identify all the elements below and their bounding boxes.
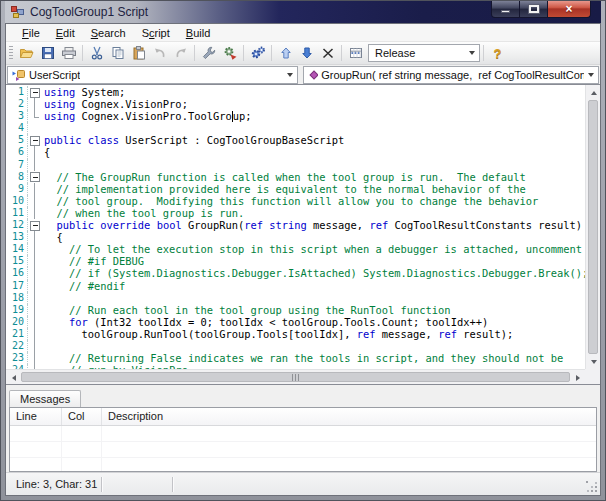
- fold-margin: [28, 243, 41, 255]
- type-dropdown[interactable]: UserScript: [7, 66, 298, 84]
- code-line-15[interactable]: 15 // #if DEBUG: [6, 255, 585, 267]
- scroll-right-button[interactable]: [570, 370, 585, 385]
- caret-position-status: Line: 3, Char: 31: [6, 473, 101, 495]
- status-panel-2: [102, 473, 172, 495]
- client-area: FileEditSearchScriptBuild R: [5, 23, 601, 496]
- code-line-4[interactable]: 4: [6, 122, 585, 134]
- close-button[interactable]: ×: [547, 1, 591, 18]
- cut-scissors-icon: [89, 45, 105, 61]
- code-area[interactable]: 1using System;2using Cognex.VisionPro;3u…: [6, 85, 585, 369]
- horizontal-scrollbar[interactable]: [6, 369, 585, 384]
- message-row: [10, 426, 596, 442]
- run-script-button[interactable]: [219, 43, 240, 63]
- code-line-17[interactable]: 17 // #endif: [6, 280, 585, 292]
- member-dropdown[interactable]: GroupRun( ref string message, ref CogToo…: [303, 66, 599, 84]
- menu-item-search[interactable]: Search: [83, 26, 134, 40]
- copy-button[interactable]: [107, 43, 128, 63]
- vertical-scroll-thumb[interactable]: [588, 100, 598, 354]
- release-dropdown-value: Release: [375, 47, 415, 59]
- wrench-button[interactable]: [198, 43, 219, 63]
- delete-button[interactable]: [317, 43, 338, 63]
- undo-button[interactable]: [149, 43, 170, 63]
- code-line-6[interactable]: 6{: [6, 146, 585, 158]
- code-text: {: [41, 146, 50, 158]
- messages-table-body: [10, 426, 596, 472]
- scroll-up-button[interactable]: [586, 85, 600, 100]
- build-config-button[interactable]: [345, 43, 366, 63]
- code-line-14[interactable]: 14 // To let the execution stop in this …: [6, 243, 585, 255]
- fold-margin: [28, 364, 41, 369]
- fold-marker-icon[interactable]: [28, 219, 41, 231]
- move-up-button[interactable]: [275, 43, 296, 63]
- tab-strip: Messages: [9, 389, 597, 407]
- code-line-11[interactable]: 11 // when the tool group is run.: [6, 207, 585, 219]
- close-icon: ×: [565, 3, 572, 15]
- toolbar-grip[interactable]: [9, 46, 13, 61]
- cut-button[interactable]: [86, 43, 107, 63]
- fold-marker-icon[interactable]: [28, 134, 41, 146]
- column-header-col[interactable]: Col: [62, 408, 102, 425]
- code-line-7[interactable]: 7: [6, 159, 585, 171]
- messages-table: Line Col Description: [9, 407, 597, 472]
- release-dropdown[interactable]: Release: [368, 44, 480, 62]
- column-header-description[interactable]: Description: [102, 408, 596, 425]
- open-button[interactable]: [16, 43, 37, 63]
- tab-messages[interactable]: Messages: [9, 390, 81, 407]
- maximize-button[interactable]: [520, 1, 547, 18]
- fold-marker-icon[interactable]: [28, 86, 41, 98]
- code-line-13[interactable]: 13 {: [6, 231, 585, 243]
- code-line-5[interactable]: 5public class UserScript : CogToolGroupB…: [6, 134, 585, 146]
- line-number: 2: [6, 98, 28, 110]
- scroll-down-button[interactable]: [586, 354, 600, 369]
- menu-item-script[interactable]: Script: [134, 26, 178, 40]
- move-down-button[interactable]: [296, 43, 317, 63]
- code-line-3[interactable]: 3using Cognex.VisionPro.ToolGroup;: [6, 110, 585, 122]
- vertical-scrollbar[interactable]: [585, 85, 600, 369]
- paste-button[interactable]: [128, 43, 149, 63]
- chevron-down-icon: [283, 67, 297, 83]
- code-text: for (Int32 toolIdx = 0; toolIdx < toolGr…: [41, 316, 488, 328]
- code-line-8[interactable]: 8 // The GroupRun function is called whe…: [6, 171, 585, 183]
- menu-item-build[interactable]: Build: [178, 26, 219, 40]
- window-title: CogToolGroup1 Script: [30, 5, 148, 19]
- toolbar-separator: [82, 45, 83, 61]
- paste-clipboard-icon: [131, 45, 147, 61]
- code-line-1[interactable]: 1using System;: [6, 86, 585, 98]
- code-line-10[interactable]: 10 // tool group. Modifying this functio…: [6, 195, 585, 207]
- code-line-20[interactable]: 20 for (Int32 toolIdx = 0; toolIdx < too…: [6, 316, 585, 328]
- code-line-16[interactable]: 16 // if (System.Diagnostics.Debugger.Is…: [6, 267, 585, 279]
- save-button[interactable]: [37, 43, 58, 63]
- up-arrow-icon: [278, 45, 294, 61]
- build-gears-button[interactable]: [247, 43, 268, 63]
- code-text: [41, 122, 44, 134]
- code-line-21[interactable]: 21 toolGroup.RunTool(toolGroup.Tools[too…: [6, 328, 585, 340]
- code-line-18[interactable]: 18: [6, 292, 585, 304]
- redo-button[interactable]: [170, 43, 191, 63]
- messages-panel: Messages Line Col Description: [6, 388, 600, 472]
- code-line-9[interactable]: 9 // implementation provided here is equ…: [6, 183, 585, 195]
- line-number: 11: [6, 207, 28, 219]
- code-line-23[interactable]: 23 // Returning False indicates we ran t…: [6, 352, 585, 364]
- print-button[interactable]: [58, 43, 79, 63]
- fold-margin: [28, 255, 41, 267]
- resize-grip[interactable]: [586, 481, 598, 493]
- fold-marker-icon[interactable]: [28, 171, 41, 183]
- code-line-22[interactable]: 22: [6, 340, 585, 352]
- menu-item-edit[interactable]: Edit: [48, 26, 83, 40]
- horizontal-scroll-thumb[interactable]: [21, 372, 570, 382]
- column-header-line[interactable]: Line: [10, 408, 62, 425]
- minimize-button[interactable]: [491, 1, 520, 18]
- titlebar[interactable]: CogToolGroup1 Script ×: [5, 1, 601, 23]
- fold-margin: [28, 328, 41, 340]
- code-text: // if (System.Diagnostics.Debugger.IsAtt…: [41, 267, 585, 279]
- code-line-19[interactable]: 19 // Run each tool in the tool group us…: [6, 304, 585, 316]
- code-line-2[interactable]: 2using Cognex.VisionPro;: [6, 98, 585, 110]
- code-text: [41, 340, 44, 352]
- code-line-12[interactable]: 12 public override bool GroupRun(ref str…: [6, 219, 585, 231]
- scroll-left-button[interactable]: [6, 370, 21, 385]
- message-row: [10, 442, 596, 458]
- help-button[interactable]: ?: [487, 43, 508, 63]
- code-text: using Cognex.VisionPro;: [41, 98, 188, 110]
- menu-item-file[interactable]: File: [14, 26, 48, 40]
- line-number: 7: [6, 159, 28, 171]
